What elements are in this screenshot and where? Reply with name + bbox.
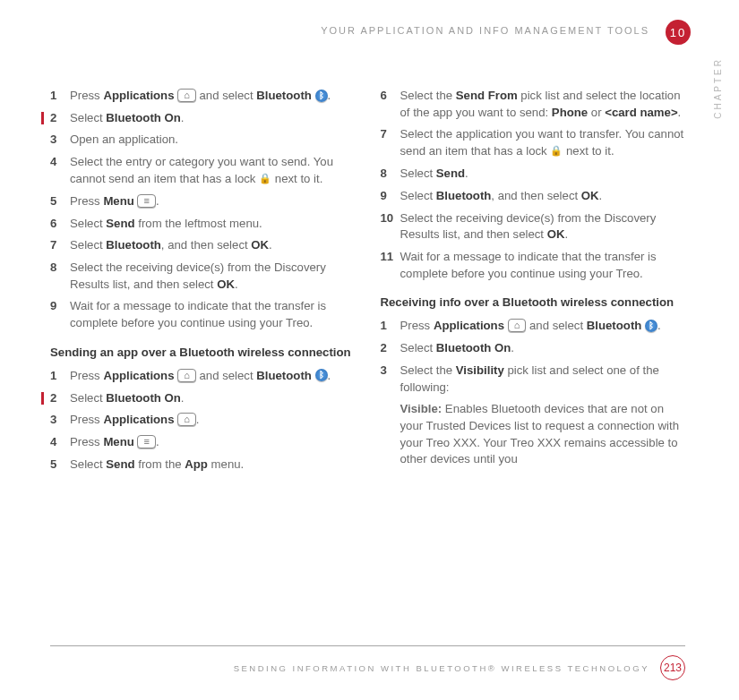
step-number: 11: [381, 249, 400, 282]
subheading: Sending an app over a Bluetooth wireless…: [50, 345, 356, 361]
subheading: Receiving info over a Bluetooth wireless…: [381, 295, 686, 311]
home-icon: [177, 369, 196, 382]
content-columns: 1Press Applications and select Bluetooth…: [50, 88, 685, 478]
step-item: 2Select Bluetooth On.: [50, 110, 356, 127]
step-text: Press Menu .: [70, 434, 356, 451]
step-number: 9: [50, 298, 70, 331]
chapter-number-badge: 10: [666, 20, 691, 45]
step-number: 2: [50, 110, 70, 127]
step-number: 10: [381, 210, 400, 243]
home-icon: [177, 413, 196, 426]
step-item: 5Select Send from the App menu.: [50, 457, 356, 474]
step-item: 7Select the application you want to tran…: [381, 126, 686, 160]
step-item: 8Select Send.: [381, 166, 686, 183]
step-text: Select Send from the App menu.: [70, 457, 356, 474]
step-number: 9: [381, 188, 400, 205]
step-text: Press Applications .: [70, 412, 356, 429]
step-item: 10Select the receiving device(s) from th…: [381, 210, 686, 243]
step-item: 1Press Applications and select Bluetooth…: [50, 88, 356, 105]
step-number: 3: [50, 412, 70, 429]
step-item: 1Press Applications and select Bluetooth…: [50, 368, 356, 385]
step-number: 7: [50, 237, 70, 254]
step-item: 3Press Applications .: [50, 412, 356, 429]
step-number: 2: [381, 340, 400, 357]
step-item: 11Wait for a message to indicate that th…: [381, 249, 686, 282]
step-text: Wait for a message to indicate that the …: [70, 298, 356, 331]
home-icon: [177, 89, 196, 102]
step-item: 1Press Applications and select Bluetooth…: [381, 318, 686, 335]
step-text: Press Applications and select Bluetooth …: [70, 368, 356, 385]
running-header-text: YOUR APPLICATION AND INFO MANAGEMENT TOO…: [321, 25, 649, 36]
step-text: Press Applications and select Bluetooth …: [400, 318, 686, 335]
step-item: 3Select the Visibility pick list and sel…: [381, 363, 686, 396]
step-item: 7Select Bluetooth, and then select OK.: [50, 237, 356, 254]
lock-icon: [550, 142, 563, 159]
step-number: 7: [381, 126, 400, 160]
step-text: Press Applications and select Bluetooth …: [70, 88, 356, 105]
step-number: 1: [50, 368, 70, 385]
step-item: 5Press Menu .: [50, 193, 356, 210]
chapter-label-side: CHAPTER: [713, 57, 723, 119]
step-text: Select Bluetooth On.: [400, 340, 686, 357]
step-text: Select Bluetooth, and then select OK.: [400, 188, 686, 205]
footer-text: SENDING INFORMATION WITH BLUETOOTH® WIRE…: [234, 663, 649, 673]
bluetooth-icon: [645, 320, 657, 332]
step-number: 3: [381, 363, 400, 396]
step-number: 1: [381, 318, 400, 335]
lock-icon: [259, 170, 271, 187]
step-text: Select the receiving device(s) from the …: [70, 260, 356, 293]
step-number: 4: [50, 154, 70, 188]
step-item: 4Press Menu .: [50, 434, 356, 451]
page-footer: SENDING INFORMATION WITH BLUETOOTH® WIRE…: [50, 645, 685, 680]
step-number: 2: [50, 390, 70, 407]
menu-icon: [137, 194, 155, 208]
step-text: Select the Visibility pick list and sele…: [400, 363, 686, 396]
option-visible: Visible: Enables Bluetooth devices that …: [400, 401, 686, 468]
step-item: 4Select the entry or category you want t…: [50, 154, 356, 188]
step-number: 8: [381, 166, 400, 183]
step-text: Open an application.: [70, 132, 356, 149]
left-column: 1Press Applications and select Bluetooth…: [50, 88, 356, 478]
step-text: Select the application you want to trans…: [400, 126, 686, 160]
step-number: 5: [50, 457, 70, 474]
step-text: Select Bluetooth, and then select OK.: [70, 237, 356, 254]
step-text: Wait for a message to indicate that the …: [400, 249, 686, 282]
bluetooth-icon: [315, 369, 328, 381]
step-item: 8Select the receiving device(s) from the…: [50, 260, 356, 293]
bluetooth-icon: [315, 90, 328, 102]
step-number: 4: [50, 434, 70, 451]
step-text: Press Menu .: [70, 193, 356, 210]
step-number: 1: [50, 88, 70, 105]
step-number: 6: [381, 88, 400, 121]
step-item: 9Wait for a message to indicate that the…: [50, 298, 356, 331]
step-item: 2Select Bluetooth On.: [381, 340, 686, 357]
step-text: Select the entry or category you want to…: [70, 154, 356, 188]
step-text: Select Bluetooth On.: [70, 390, 356, 407]
step-item: 9Select Bluetooth, and then select OK.: [381, 188, 686, 205]
step-text: Select Send from the leftmost menu.: [70, 216, 356, 233]
home-icon: [508, 319, 527, 332]
step-item: 6Select Send from the leftmost menu.: [50, 216, 356, 233]
menu-icon: [137, 435, 155, 448]
step-text: Select Bluetooth On.: [70, 110, 356, 127]
step-number: 3: [50, 132, 70, 149]
step-item: 3Open an application.: [50, 132, 356, 149]
step-text: Select the receiving device(s) from the …: [400, 210, 686, 243]
running-header: YOUR APPLICATION AND INFO MANAGEMENT TOO…: [50, 25, 685, 36]
step-number: 8: [50, 260, 70, 293]
step-text: Select the Send From pick list and selec…: [400, 88, 686, 121]
step-number: 5: [50, 193, 70, 210]
page-number: 213: [660, 655, 685, 680]
step-number: 6: [50, 216, 70, 233]
step-text: Select Send.: [400, 166, 686, 183]
step-item: 6Select the Send From pick list and sele…: [381, 88, 686, 121]
step-item: 2Select Bluetooth On.: [50, 390, 356, 407]
right-column: 6Select the Send From pick list and sele…: [381, 88, 686, 478]
